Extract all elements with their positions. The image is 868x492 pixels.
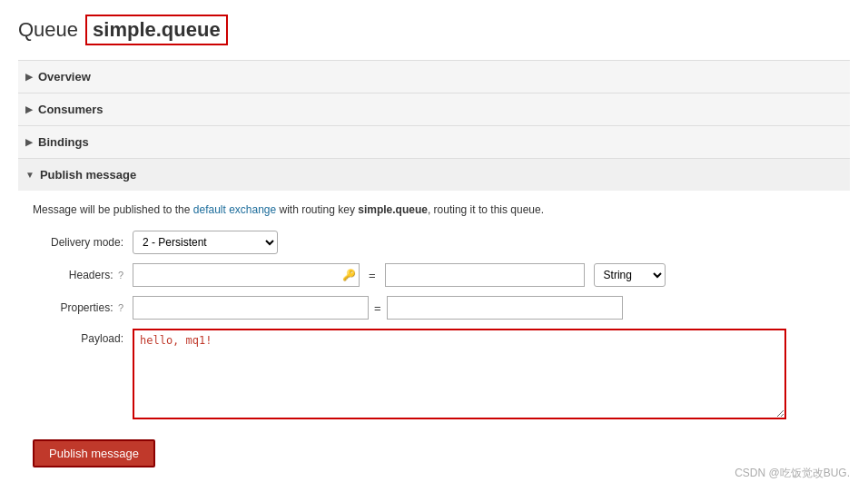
headers-label: Headers: ? xyxy=(33,269,133,281)
properties-key-input[interactable] xyxy=(133,296,369,320)
payload-row: Payload: hello, mq1! xyxy=(33,329,835,419)
bindings-section: Bindings xyxy=(18,125,850,158)
payload-textarea[interactable]: hello, mq1! xyxy=(133,329,786,419)
delivery-mode-select[interactable]: 1 - Non-persistent 2 - Persistent xyxy=(133,231,278,254)
properties-help[interactable]: ? xyxy=(118,302,123,313)
key-icon: 🔑 xyxy=(342,269,356,281)
publish-section-label: Publish message xyxy=(40,168,136,182)
headers-inputs: 🔑 = String Number Boolean xyxy=(133,263,835,287)
headers-row: Headers: ? 🔑 = String Number Boolean xyxy=(33,263,835,287)
routing-key-value: simple.queue xyxy=(358,203,428,216)
watermark: CSDN @吃饭觉改BUG. xyxy=(735,466,850,481)
overview-section-header[interactable]: Overview xyxy=(18,61,850,93)
publish-info-text: Message will be published to the default… xyxy=(33,202,835,218)
delivery-label: Delivery mode: xyxy=(33,236,133,249)
queue-title-row: Queue simple.queue xyxy=(18,15,850,45)
properties-equals: = xyxy=(369,301,387,315)
publish-body: Message will be published to the default… xyxy=(18,191,850,482)
properties-label: Properties: ? xyxy=(33,301,133,314)
page-container: Queue simple.queue Overview Consumers Bi… xyxy=(0,0,868,492)
overview-section: Overview xyxy=(18,60,850,93)
bindings-arrow-icon xyxy=(25,137,33,147)
properties-row: Properties: ? = xyxy=(33,296,835,320)
publish-arrow-icon: ▼ xyxy=(25,170,35,180)
consumers-section-header[interactable]: Consumers xyxy=(18,93,850,125)
headers-key-input[interactable] xyxy=(133,263,360,287)
queue-label: Queue xyxy=(18,18,78,42)
delivery-mode-row: Delivery mode: 1 - Non-persistent 2 - Pe… xyxy=(33,231,835,254)
consumers-section: Consumers xyxy=(18,93,850,125)
bindings-section-header[interactable]: Bindings xyxy=(18,126,850,158)
info-prefix: Message will be published to the xyxy=(33,203,193,216)
payload-label: Payload: xyxy=(33,329,133,345)
overview-arrow-icon xyxy=(25,72,33,82)
headers-equals: = xyxy=(363,269,381,282)
info-middle: with routing key xyxy=(276,203,358,216)
queue-name: simple.queue xyxy=(85,15,228,45)
overview-label: Overview xyxy=(38,70,91,84)
publish-section-header[interactable]: ▼ Publish message xyxy=(18,159,850,191)
properties-value-input[interactable] xyxy=(387,296,623,320)
headers-help[interactable]: ? xyxy=(118,270,123,280)
publish-message-button[interactable]: Publish message xyxy=(33,439,155,467)
headers-value-input[interactable] xyxy=(385,263,585,287)
string-type-select[interactable]: String Number Boolean xyxy=(594,263,666,287)
info-suffix: , routing it to this queue. xyxy=(428,203,544,216)
publish-section: ▼ Publish message Message will be publis… xyxy=(18,158,850,482)
consumers-label: Consumers xyxy=(38,103,104,116)
headers-key-wrapper: 🔑 xyxy=(133,263,360,287)
default-exchange-link[interactable]: default exchange xyxy=(193,203,276,216)
consumers-arrow-icon xyxy=(25,104,33,114)
bindings-label: Bindings xyxy=(38,135,89,149)
